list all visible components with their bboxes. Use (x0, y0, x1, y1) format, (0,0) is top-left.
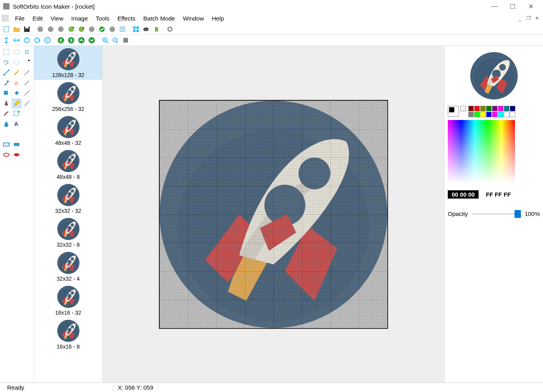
new-icon[interactable] (2, 24, 11, 34)
tool-line2[interactable] (22, 68, 32, 77)
circle3-icon[interactable] (56, 24, 66, 34)
android-icon[interactable] (152, 24, 161, 34)
nav-left-icon[interactable] (56, 36, 66, 45)
size-item[interactable]: 128x128 - 32 (34, 46, 102, 80)
tool-line4[interactable] (22, 88, 32, 98)
swatch[interactable] (498, 106, 503, 111)
swatch[interactable] (504, 106, 509, 111)
tool-stamp[interactable] (2, 99, 11, 108)
tool-paint[interactable] (2, 88, 11, 98)
swatch[interactable] (468, 112, 474, 117)
mdi-minimize[interactable]: _ (516, 15, 523, 22)
swatch[interactable] (510, 106, 515, 111)
swatch[interactable] (492, 112, 498, 117)
opacity-slider[interactable] (472, 213, 521, 215)
size-item[interactable]: 16x16 - 32 (34, 283, 102, 317)
checker-swatch[interactable] (460, 106, 466, 111)
circle-add-icon[interactable] (66, 24, 76, 34)
circle-remove-icon[interactable] (77, 24, 86, 34)
rotate-cw-icon[interactable] (32, 36, 42, 45)
circle5-icon[interactable] (87, 24, 96, 34)
tool-lasso[interactable] (2, 58, 11, 67)
rotate-ccw-icon[interactable] (22, 36, 32, 45)
color-picker[interactable] (448, 120, 515, 183)
save-icon[interactable] (22, 24, 32, 34)
canvas[interactable] (159, 100, 388, 329)
size-item[interactable]: 32x32 - 32 (34, 182, 102, 216)
swatch[interactable] (474, 106, 480, 111)
tool-fill-shape[interactable] (12, 140, 21, 149)
size-item[interactable]: 48x48 - 32 (34, 114, 102, 148)
circle6-icon[interactable] (107, 24, 117, 34)
menu-edit[interactable]: Edit (28, 14, 47, 23)
tool-magic[interactable] (12, 68, 21, 77)
flip-v-icon[interactable] (2, 36, 11, 45)
nav-down-icon[interactable] (87, 36, 96, 45)
minimize-button[interactable]: — (485, 0, 503, 13)
tool-erase[interactable] (12, 78, 21, 88)
flip-h-icon[interactable] (12, 36, 21, 45)
tool-pixel-select[interactable] (22, 47, 32, 57)
menu-view[interactable]: View (47, 14, 67, 23)
swatch[interactable] (468, 106, 474, 111)
maximize-button[interactable]: ☐ (503, 0, 522, 13)
close-button[interactable]: ✕ (522, 0, 540, 13)
size-item[interactable]: 32x32 - 4 (34, 249, 102, 283)
tool-pencil[interactable] (12, 99, 21, 108)
size-list[interactable]: 128x128 - 32256x256 - 3248x48 - 3248x48 … (34, 46, 103, 383)
nav-right-icon[interactable] (66, 36, 76, 45)
size-item[interactable]: 32x32 - 8 (34, 216, 102, 249)
mdi-close[interactable]: ✕ (534, 15, 541, 22)
tool-line3[interactable] (22, 78, 32, 88)
menu-help[interactable]: Help (208, 14, 228, 23)
tool-rect-select[interactable] (2, 47, 11, 57)
menu-image[interactable]: Image (67, 14, 92, 23)
zoom-fit-icon[interactable] (121, 36, 130, 45)
windows-icon[interactable] (131, 24, 141, 34)
size-item[interactable]: 256x256 - 32 (34, 80, 102, 114)
gear-icon[interactable] (165, 24, 175, 34)
size-item[interactable]: 48x48 - 8 (34, 148, 102, 182)
size-item[interactable]: 16x16 - 8 (34, 317, 102, 351)
tool-ellipse-select[interactable] (12, 47, 21, 57)
menu-file[interactable]: File (11, 14, 28, 23)
tool-wand[interactable] (12, 58, 21, 67)
open-icon[interactable] (12, 24, 21, 34)
tool-fill-ellipse[interactable] (12, 150, 21, 159)
swatch[interactable] (474, 112, 480, 117)
xo-icon[interactable]: X (43, 36, 52, 45)
zoom-out-icon[interactable] (111, 36, 120, 45)
swatch[interactable] (492, 106, 498, 111)
tool-plus[interactable] (12, 109, 21, 118)
list-icon[interactable] (118, 24, 127, 34)
swatch[interactable] (486, 112, 492, 117)
swatch[interactable] (510, 112, 515, 117)
tool-dot[interactable] (22, 58, 32, 67)
tool-ellipse-shape[interactable] (2, 150, 11, 159)
menu-effects[interactable]: Effects (113, 14, 140, 23)
swatch[interactable] (498, 112, 503, 117)
tool-line-tool[interactable] (2, 68, 11, 77)
tool-line5[interactable] (22, 99, 32, 108)
check-icon[interactable] (97, 24, 107, 34)
mdi-restore[interactable]: ❐ (525, 15, 532, 22)
zoom-in-icon[interactable] (100, 36, 110, 45)
swatch[interactable] (504, 112, 509, 117)
fg-hex[interactable]: 00 00 00 (448, 190, 479, 199)
menu-tools[interactable]: Tools (92, 14, 113, 23)
circle2-icon[interactable] (46, 24, 55, 34)
tool-brush[interactable] (2, 109, 11, 118)
nav-up-icon[interactable] (77, 36, 86, 45)
tool-blur[interactable] (2, 119, 11, 129)
tool-eyedrop[interactable] (2, 78, 11, 88)
apple-icon[interactable] (141, 24, 151, 34)
circle1-icon[interactable] (36, 24, 45, 34)
tool-bucket[interactable] (12, 88, 21, 98)
fg-bg-swatch[interactable] (448, 106, 459, 117)
bg-hex[interactable]: FF FF FF (486, 191, 511, 198)
swatch[interactable] (480, 106, 486, 111)
swatch[interactable] (480, 112, 486, 117)
tool-rect-shape[interactable] (2, 140, 11, 149)
menu-window[interactable]: Window (179, 14, 208, 23)
tool-text[interactable]: A (12, 119, 21, 129)
